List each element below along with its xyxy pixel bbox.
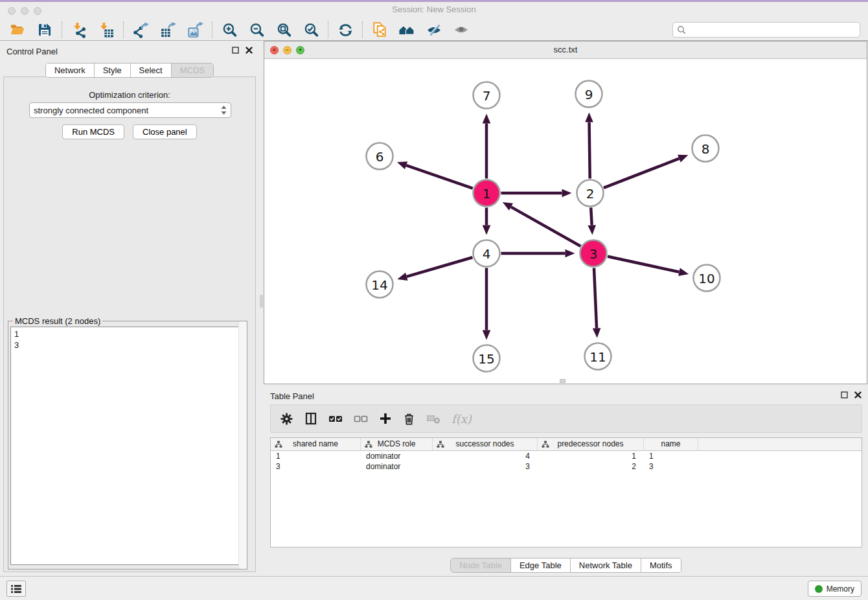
cell-successor-nodes[interactable]: 4 bbox=[433, 451, 538, 461]
result-scrollbar[interactable] bbox=[238, 321, 247, 569]
tab-network[interactable]: Network bbox=[46, 63, 94, 77]
network-column-icon bbox=[365, 441, 372, 448]
cell-mcds-role[interactable]: dominator bbox=[361, 451, 433, 461]
graph-edge-2-8[interactable] bbox=[604, 159, 679, 188]
export-table-button[interactable] bbox=[154, 20, 181, 40]
tab-node-table[interactable]: Node Table bbox=[451, 559, 510, 572]
home-icon bbox=[398, 22, 415, 38]
hide-graphics-details-button[interactable] bbox=[420, 20, 448, 40]
graph-edge-2-9[interactable] bbox=[589, 122, 590, 178]
import-network-button[interactable] bbox=[65, 20, 93, 40]
export-image-icon bbox=[187, 22, 203, 38]
search-icon bbox=[677, 25, 686, 34]
tab-edge-table[interactable]: Edge Table bbox=[510, 559, 570, 572]
cell-name[interactable]: 1 bbox=[644, 451, 698, 461]
graph-edge-3-10[interactable] bbox=[608, 257, 680, 272]
cell-shared-name[interactable]: 1 bbox=[271, 451, 361, 461]
close-panel-button[interactable]: Close panel bbox=[133, 124, 197, 139]
window-controls[interactable] bbox=[8, 7, 41, 15]
save-session-button[interactable] bbox=[31, 20, 58, 40]
graph-node-label: 10 bbox=[698, 271, 714, 286]
cell-name[interactable]: 3 bbox=[644, 461, 698, 472]
eye-icon bbox=[453, 22, 470, 38]
run-mcds-button[interactable]: Run MCDS bbox=[62, 124, 124, 139]
control-panel-title: Control Panel bbox=[6, 47, 58, 56]
column-header-name[interactable]: name bbox=[644, 438, 698, 450]
tab-network-table[interactable]: Network Table bbox=[570, 559, 641, 572]
select-all-icon[interactable] bbox=[328, 413, 343, 424]
function-builder-button[interactable]: f(x) bbox=[451, 412, 472, 426]
cell-predecessor-nodes[interactable]: 2 bbox=[538, 461, 644, 472]
graph-edge-arrowhead bbox=[397, 273, 407, 281]
criterion-select[interactable]: strongly connected component bbox=[29, 102, 231, 118]
minimize-window-icon[interactable] bbox=[21, 7, 29, 15]
close-window-icon[interactable] bbox=[8, 7, 16, 15]
toolbar-separator bbox=[362, 21, 363, 38]
table-row[interactable]: 1 dominator 4 1 1 bbox=[271, 451, 862, 461]
zoom-selected-button[interactable] bbox=[297, 20, 325, 40]
panel-divider-handle[interactable] bbox=[260, 295, 263, 308]
column-selector-icon[interactable] bbox=[304, 412, 317, 425]
node-table[interactable]: shared name MCDS role successor nodes bbox=[270, 437, 862, 548]
view-resize-grip[interactable] bbox=[560, 379, 565, 383]
graph-node-label: 14 bbox=[371, 277, 387, 293]
refresh-icon bbox=[337, 22, 354, 38]
maximize-window-icon[interactable] bbox=[34, 7, 41, 15]
memory-button[interactable]: Memory bbox=[808, 581, 862, 597]
task-history-button[interactable] bbox=[6, 581, 26, 597]
tab-motifs[interactable]: Motifs bbox=[641, 559, 681, 572]
graph-node-label: 6 bbox=[376, 149, 384, 165]
destroy-table-icon[interactable] bbox=[426, 413, 440, 424]
tab-mcds[interactable]: MCDS bbox=[171, 63, 213, 77]
export-image-button[interactable] bbox=[181, 20, 209, 40]
close-panel-icon[interactable] bbox=[854, 391, 862, 398]
delete-trash-icon[interactable] bbox=[403, 412, 415, 426]
network-graph[interactable]: 7968124314101511 bbox=[264, 59, 867, 384]
network-window-titlebar[interactable]: × − + scc.txt bbox=[264, 41, 867, 59]
cell-predecessor-nodes[interactable]: 1 bbox=[538, 451, 644, 461]
zoom-in-button[interactable] bbox=[216, 20, 243, 40]
table-row[interactable]: 3 dominator 3 2 3 bbox=[271, 461, 862, 472]
open-folder-icon bbox=[9, 22, 26, 38]
export-network-button[interactable] bbox=[127, 20, 154, 40]
cell-successor-nodes[interactable]: 3 bbox=[433, 461, 538, 472]
open-session-button[interactable] bbox=[4, 20, 31, 40]
mcds-result-text[interactable]: 1 3 bbox=[10, 327, 244, 565]
toolbar-separator bbox=[123, 21, 124, 38]
column-header-successor-nodes[interactable]: successor nodes bbox=[433, 438, 538, 450]
graph-edge-arrowhead bbox=[483, 114, 491, 124]
graph-edge-1-6[interactable] bbox=[406, 165, 473, 188]
zoom-out-button[interactable] bbox=[243, 20, 270, 40]
column-header-predecessor-nodes[interactable]: predecessor nodes bbox=[538, 438, 644, 450]
show-view-button[interactable] bbox=[448, 20, 475, 40]
table-settings-gear-icon[interactable] bbox=[280, 412, 293, 426]
cell-shared-name[interactable]: 3 bbox=[271, 461, 361, 472]
tab-style[interactable]: Style bbox=[94, 63, 130, 77]
deselect-all-icon[interactable] bbox=[354, 413, 368, 424]
zoom-view-icon[interactable]: + bbox=[296, 46, 304, 54]
column-header-shared-name[interactable]: shared name bbox=[271, 438, 361, 450]
import-network-icon bbox=[71, 22, 87, 38]
refresh-view-button[interactable] bbox=[332, 20, 359, 40]
graph-node-label: 9 bbox=[585, 87, 593, 102]
cell-mcds-role[interactable]: dominator bbox=[361, 461, 433, 472]
float-panel-icon[interactable] bbox=[232, 47, 239, 54]
close-view-icon[interactable]: × bbox=[270, 46, 279, 54]
float-panel-icon[interactable] bbox=[841, 391, 848, 398]
network-canvas[interactable]: 7968124314101511 bbox=[264, 59, 867, 384]
zoom-fit-button[interactable] bbox=[270, 20, 297, 40]
clone-network-button[interactable] bbox=[366, 20, 393, 40]
import-table-button[interactable] bbox=[93, 20, 120, 40]
graph-edge-4-14[interactable] bbox=[407, 257, 473, 277]
graph-edge-3-1[interactable] bbox=[511, 207, 581, 246]
column-header-mcds-role[interactable]: MCDS role bbox=[361, 438, 433, 450]
minimize-view-icon[interactable]: − bbox=[283, 46, 291, 54]
close-panel-icon[interactable] bbox=[246, 47, 253, 54]
search-input[interactable] bbox=[686, 25, 856, 34]
search-box[interactable] bbox=[672, 22, 860, 38]
tab-select[interactable]: Select bbox=[130, 63, 171, 77]
graph-edge-3-11[interactable] bbox=[594, 268, 597, 328]
graph-edge-2-3[interactable] bbox=[591, 207, 591, 225]
home-button[interactable] bbox=[393, 20, 420, 40]
add-column-icon[interactable] bbox=[379, 412, 392, 425]
